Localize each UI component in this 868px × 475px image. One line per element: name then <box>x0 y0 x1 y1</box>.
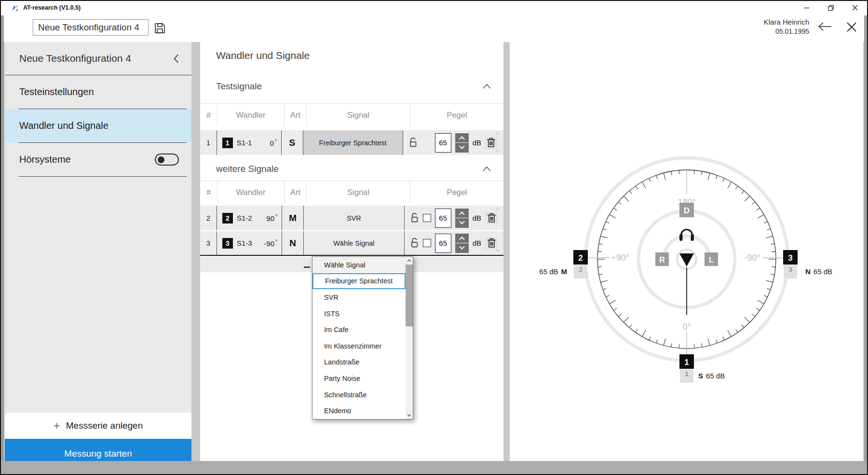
sidebar-item-testeinstellungen[interactable]: Testeinstellungen <box>5 75 191 109</box>
section-header-weitere-signale: weitere Signale <box>216 159 491 179</box>
device-label: S1-2 <box>237 214 252 222</box>
pegel-cell: 65 dB <box>405 206 503 230</box>
sidebar-nav: Neue Testkonfiguration 4 Testeinstellung… <box>5 42 191 413</box>
degree-symbol: ° <box>275 213 277 219</box>
hoersysteme-toggle[interactable] <box>155 154 179 166</box>
wandler-cell[interactable]: 2 S1-2 90° <box>217 206 282 230</box>
col-pegel: Pegel <box>410 104 503 126</box>
source-badge: 1 <box>222 138 233 148</box>
section-title: Testsignale <box>216 81 262 92</box>
collapse-chevron-icon[interactable] <box>174 54 179 63</box>
table-header: # Wandler Art Signal Pegel <box>200 181 503 203</box>
signal-select[interactable]: Freiburger Sprachtest <box>303 130 403 155</box>
dropdown-option[interactable]: Schnellstraße <box>312 387 406 403</box>
left-ear-label: L <box>709 256 714 264</box>
collapse-section-icon[interactable] <box>483 167 491 171</box>
source-3-label: N65 dB <box>805 267 832 276</box>
col-wandler: Wandler <box>217 181 285 203</box>
restore-button[interactable] <box>819 1 843 14</box>
scroll-up-icon[interactable] <box>406 258 413 264</box>
dropdown-option[interactable]: Wähle Signal <box>312 257 406 273</box>
signal-dropdown: Wähle Signal Freiburger Sprachtest SVR I… <box>312 256 413 419</box>
scroll-down-icon[interactable] <box>495 149 501 153</box>
dropdown-option[interactable]: ISTS <box>312 306 406 322</box>
dropdown-option[interactable]: Freiburger Sprachtest <box>312 273 406 290</box>
save-icon[interactable] <box>153 22 166 34</box>
unlock-icon[interactable] <box>408 137 418 148</box>
wandler-cell[interactable]: 1 S1-1 0° <box>217 130 282 155</box>
source-badge: 3 <box>222 238 233 249</box>
divider <box>18 176 187 177</box>
signal-select[interactable]: SVR <box>304 206 405 230</box>
dropdown-option[interactable]: Party Noise <box>312 370 406 387</box>
scroll-down-icon[interactable] <box>495 249 501 252</box>
app-header: Klara Heinrich 05.01.1995 <box>1 14 867 42</box>
sidebar-item-hoersysteme[interactable]: Hörsysteme <box>5 143 191 176</box>
dropdown-option[interactable]: ENdemo <box>312 403 406 419</box>
sidebar: Neue Testkonfiguration 4 Testeinstellung… <box>5 42 191 468</box>
angle-value: -90° <box>264 238 277 248</box>
level-stepper <box>455 209 469 228</box>
unlock-icon[interactable] <box>410 238 419 249</box>
source-3-marker[interactable]: 3 3 N65 dB <box>783 250 832 279</box>
back-arrow-icon[interactable] <box>817 21 832 33</box>
chevron-down-icon <box>459 244 464 249</box>
dropdown-option[interactable]: Im Cafe <box>312 321 406 338</box>
close-patient-icon[interactable] <box>846 21 857 34</box>
collapse-section-icon[interactable] <box>483 84 491 89</box>
level-up-button[interactable] <box>455 234 469 243</box>
link-checkbox[interactable] <box>423 214 431 222</box>
trash-icon <box>487 213 496 223</box>
label-0deg: 0° <box>682 322 691 332</box>
wandler-cell[interactable]: 3 S1-3 -90° <box>217 231 282 255</box>
level-down-button[interactable] <box>455 243 469 253</box>
delete-row-button[interactable] <box>485 137 498 149</box>
sidebar-item-wandler-und-signale[interactable]: Wandler und Signale <box>5 109 191 142</box>
dropdown-option[interactable]: Landstraße <box>312 354 406 371</box>
dropdown-option[interactable]: Im Klassenzimmer <box>312 338 406 354</box>
source-2-marker[interactable]: 2 2 65 dBM <box>539 250 588 279</box>
patient-dob: 05.01.1995 <box>764 27 809 36</box>
table-row: 1 1 S1-1 0° S Freiburger Sprachtest 65 d… <box>200 130 503 155</box>
art-cell: M <box>282 206 304 230</box>
window-controls <box>795 1 867 14</box>
head-pointer-icon <box>679 253 694 266</box>
source-badge: 2 <box>222 213 233 224</box>
sidebar-config-title-label: Neue Testkonfiguration 4 <box>19 53 174 64</box>
label-plus90deg: +90° <box>611 253 629 263</box>
app-logo-icon <box>12 4 19 12</box>
col-signal: Signal <box>307 104 410 126</box>
link-checkbox[interactable] <box>423 239 431 247</box>
scroll-down-icon[interactable] <box>406 412 413 418</box>
level-stepper <box>455 133 469 153</box>
delete-row-button[interactable] <box>485 212 498 224</box>
level-down-button[interactable] <box>455 218 469 228</box>
close-window-button[interactable] <box>843 1 867 14</box>
config-name-input[interactable] <box>33 19 149 36</box>
window-frame-right <box>864 15 867 474</box>
level-up-button[interactable] <box>455 209 469 218</box>
level-input[interactable]: 65 <box>435 209 451 228</box>
main-panel: Wandler und Signale Testsignale # Wandle… <box>200 42 503 462</box>
degree-symbol: ° <box>275 238 277 244</box>
dropdown-scrollbar[interactable] <box>406 257 413 419</box>
delete-row-button[interactable] <box>485 237 498 250</box>
device-label: S1-1 <box>237 139 252 147</box>
scroll-up-icon[interactable] <box>495 208 501 211</box>
label-minus90deg: -90° <box>744 253 760 263</box>
speaker-diagram-panel: 180° +90° -90° 0° D R L <box>510 42 863 462</box>
scrollbar-thumb[interactable] <box>406 265 413 326</box>
pegel-cell: 65 dB <box>403 130 503 155</box>
dropdown-option[interactable]: SVR <box>312 289 406 306</box>
level-input[interactable]: 65 <box>435 133 451 153</box>
signal-select[interactable]: Wähle Signal <box>304 231 405 255</box>
unlock-icon[interactable] <box>410 212 419 224</box>
sidebar-config-title[interactable]: Neue Testkonfiguration 4 <box>5 42 191 75</box>
level-input[interactable]: 65 <box>435 234 451 253</box>
scroll-up-icon[interactable] <box>495 132 501 136</box>
level-up-button[interactable] <box>455 133 469 143</box>
minimize-button[interactable] <box>795 1 819 14</box>
add-measurement-series-button[interactable]: + Messserie anlegen <box>5 413 191 439</box>
level-down-button[interactable] <box>455 143 469 153</box>
col-art: Art <box>285 181 307 203</box>
